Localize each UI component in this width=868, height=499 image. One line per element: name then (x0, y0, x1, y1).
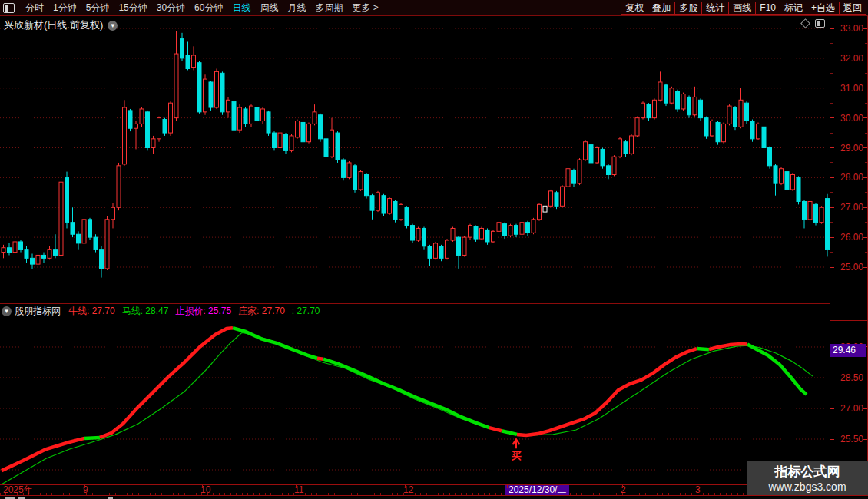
candle (382, 194, 386, 216)
candle (13, 239, 17, 253)
axis-tick (863, 267, 867, 268)
candle (797, 176, 800, 204)
candle (36, 253, 40, 266)
candle (100, 246, 104, 278)
candle (653, 98, 657, 119)
candle (699, 98, 703, 121)
toolbar-button[interactable]: 复权 (621, 2, 648, 15)
candle (422, 227, 426, 250)
period-tab[interactable]: 1分钟 (53, 2, 77, 15)
axis-tick (830, 378, 834, 378)
period-tab[interactable]: 多周期 (315, 2, 343, 15)
top-toolbar: 分时1分钟5分钟15分钟30分钟60分钟日线周线月线多周期更多 > 复权叠加多股… (0, 0, 868, 16)
indicator-chevron-icon[interactable]: ▾ (2, 306, 12, 316)
indicator-axis-label: 28.50 (840, 372, 863, 383)
candle (515, 224, 518, 237)
price-axis-label: 29.00 (840, 143, 863, 154)
candle (745, 101, 749, 124)
candle (88, 218, 92, 240)
month-tick (202, 485, 203, 488)
candle (174, 31, 178, 121)
axis-tick (863, 237, 867, 238)
candle (462, 236, 466, 256)
toolbar-button[interactable]: +自选 (807, 2, 840, 15)
chevron-down-icon[interactable]: ▾ (108, 21, 118, 31)
candle (520, 221, 524, 236)
indicator-panel: 买 (0, 318, 830, 484)
candle (624, 140, 628, 157)
period-tab[interactable]: 更多 > (352, 2, 378, 15)
toolbar-button[interactable]: 返回 (839, 2, 866, 15)
candle (768, 147, 772, 169)
candle (826, 194, 830, 257)
layout-icon[interactable] (3, 3, 15, 13)
candle (267, 111, 270, 136)
time-axis-label: 2025年 (3, 485, 33, 495)
axis-tick (830, 237, 834, 238)
diamond-icon[interactable] (800, 18, 810, 28)
panel-toggle-icon[interactable] (815, 19, 825, 28)
candle (664, 84, 668, 106)
candle (111, 203, 115, 228)
period-tab[interactable]: 5分钟 (86, 2, 110, 15)
toolbar-button[interactable]: 统计 (701, 2, 729, 15)
price-axis-label: 28.00 (840, 172, 863, 183)
candle (134, 121, 138, 150)
axis-tick (865, 73, 867, 74)
period-tab[interactable]: 30分钟 (157, 2, 185, 15)
period-tab[interactable]: 月线 (287, 2, 306, 15)
candle (353, 164, 357, 193)
price-axis-label: 33.00 (840, 23, 863, 34)
bull-line-segment (502, 431, 517, 435)
candle (595, 147, 599, 164)
toolbar-button[interactable]: F10 (755, 2, 780, 15)
indicator-value: 止损价: 25.75 (175, 306, 231, 316)
period-tab[interactable]: 15分钟 (118, 2, 147, 15)
axis-tick (865, 222, 867, 223)
candle (204, 74, 207, 114)
candle (8, 243, 12, 256)
candle (192, 46, 196, 70)
month-tick (697, 485, 697, 488)
candle (301, 121, 305, 145)
axis-tick (830, 408, 834, 409)
candle (820, 206, 823, 223)
candle (572, 169, 576, 187)
bull-line-segment (697, 349, 709, 349)
bull-line-segment (84, 438, 100, 438)
candle (19, 240, 23, 253)
time-axis: 2025年91011122025/12/30/二23 (0, 484, 868, 496)
period-tab[interactable]: 60分钟 (194, 2, 223, 15)
axis-tick (863, 207, 867, 208)
toolbar-button[interactable]: 标记 (780, 2, 807, 15)
candle (411, 224, 415, 243)
toolbar-button[interactable]: 画线 (728, 2, 756, 15)
buy-signal-label: 买 (512, 450, 522, 461)
price-axis-label: 31.00 (840, 83, 863, 94)
bull-line-segment (2, 438, 84, 471)
axis-tick (830, 439, 834, 440)
candle (734, 106, 737, 130)
candle (612, 155, 616, 176)
candle (232, 100, 236, 133)
toolbar-button[interactable]: 多股 (674, 2, 702, 15)
axis-divider (830, 320, 867, 321)
candle (54, 234, 58, 258)
candle (704, 117, 708, 139)
axis-tick (865, 192, 867, 193)
time-axis-label: 9 (83, 485, 88, 495)
candle (42, 253, 46, 263)
period-tab[interactable]: 分时 (25, 2, 44, 15)
period-tab[interactable]: 周线 (260, 2, 278, 15)
axis-tick (830, 28, 834, 29)
candle (774, 164, 777, 196)
period-tab[interactable]: 日线 (232, 2, 250, 15)
toolbar-button[interactable]: 叠加 (648, 2, 675, 15)
candle (405, 206, 409, 228)
candle (186, 41, 190, 70)
candle (330, 118, 334, 158)
candle (538, 203, 542, 220)
candle (469, 224, 472, 240)
selected-date-label: 2025/12/30/二 (505, 485, 569, 495)
candle (319, 114, 323, 142)
